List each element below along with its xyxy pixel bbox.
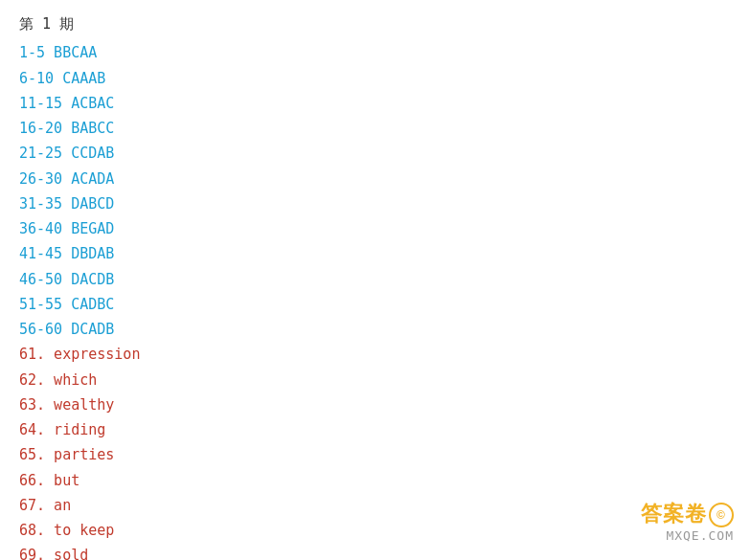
answer-range-item: 1-5 BBCAA xyxy=(19,40,732,65)
answer-ranges: 1-5 BBCAA6-10 CAAAB11-15 ACBAC16-20 BABC… xyxy=(19,40,732,342)
answer-range-item: 51-55 CADBC xyxy=(19,292,732,317)
fill-answer-item: 64. riding xyxy=(19,417,732,442)
fill-answer-item: 68. to keep xyxy=(19,518,732,543)
answer-range-item: 6-10 CAAAB xyxy=(19,66,732,91)
fill-answers: 61. expression62. which63. wealthy64. ri… xyxy=(19,342,732,560)
fill-answer-item: 66. but xyxy=(19,468,732,493)
fill-answer-item: 67. an xyxy=(19,493,732,518)
answer-range-item: 26-30 ACADA xyxy=(19,167,732,191)
answer-range-item: 31-35 DABCD xyxy=(19,191,732,216)
answer-range-item: 56-60 DCADB xyxy=(19,317,732,342)
fill-answer-item: 65. parties xyxy=(19,442,732,467)
fill-answer-item: 69. sold xyxy=(19,543,732,560)
fill-answer-item: 63. wealthy xyxy=(19,392,732,417)
answer-range-item: 11-15 ACBAC xyxy=(19,91,732,116)
watermark-top: 答案卷© xyxy=(641,500,734,528)
fill-answer-item: 62. which xyxy=(19,368,732,392)
watermark: 答案卷© MXQE.COM xyxy=(641,500,734,543)
watermark-circle: © xyxy=(709,503,734,527)
watermark-bottom: MXQE.COM xyxy=(641,528,734,543)
answer-range-item: 36-40 BEGAD xyxy=(19,216,732,241)
answer-range-item: 41-45 DBDAB xyxy=(19,241,732,266)
answer-range-item: 46-50 DACDB xyxy=(19,267,732,292)
answer-range-item: 16-20 BABCC xyxy=(19,116,732,141)
fill-answer-item: 61. expression xyxy=(19,342,732,367)
answer-range-item: 21-25 CCDAB xyxy=(19,141,732,166)
main-content: 第 1 期 1-5 BBCAA6-10 CAAAB11-15 ACBAC16-2… xyxy=(0,0,751,560)
page-title: 第 1 期 xyxy=(19,11,732,36)
